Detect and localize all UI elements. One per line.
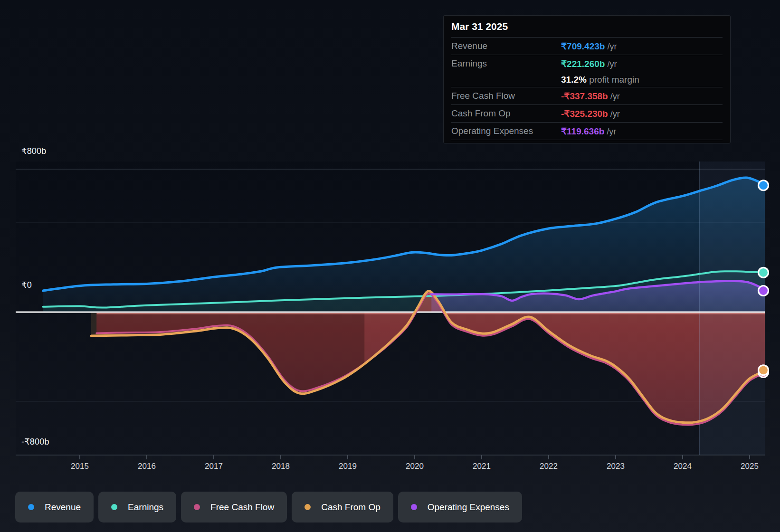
free-cash-flow-legend-dot-icon — [194, 504, 200, 510]
x-axis-label-2018: 2018 — [272, 462, 290, 471]
legend-item-cash-from-op[interactable]: Cash From Op — [292, 492, 393, 522]
legend-item-free-cash-flow[interactable]: Free Cash Flow — [181, 492, 287, 522]
tooltip-value: ₹709.423b /yr — [561, 41, 617, 52]
tooltip-row-free-cash-flow: Free Cash Flow-₹337.358b /yr — [451, 87, 723, 105]
tooltip-value: ₹119.636b /yr — [561, 126, 616, 137]
tooltip-value: -₹325.230b /yr — [561, 108, 620, 119]
x-axis-label-2017: 2017 — [205, 462, 223, 471]
tooltip-value: -₹337.358b /yr — [561, 91, 620, 102]
ttm-highlight-band — [699, 162, 765, 455]
legend-item-label: Revenue — [45, 502, 81, 513]
legend-item-earnings[interactable]: Earnings — [98, 492, 176, 522]
x-axis-label-2021: 2021 — [473, 462, 491, 471]
revenue-marker[interactable] — [759, 180, 769, 190]
revenue-legend-dot-icon — [28, 504, 34, 510]
tooltip-label: Earnings — [451, 58, 487, 69]
y-axis-label-800b: ₹800b — [21, 146, 47, 156]
operating-expenses-legend-dot-icon — [411, 504, 417, 510]
x-axis-label-2022: 2022 — [540, 462, 558, 471]
x-axis-label-2020: 2020 — [406, 462, 424, 471]
earnings-revenue-history-chart: ₹800b ₹0 -₹800b 201520162017201820192020… — [0, 0, 780, 532]
x-axis-label-2016: 2016 — [138, 462, 156, 471]
legend-item-label: Free Cash Flow — [210, 502, 274, 513]
chart-legend: RevenueEarningsFree Cash FlowCash From O… — [15, 492, 522, 522]
tooltip-label: Cash From Op — [451, 108, 511, 119]
x-axis-label-2023: 2023 — [607, 462, 625, 471]
legend-item-revenue[interactable]: Revenue — [15, 492, 94, 522]
tooltip-date: Mar 31 2025 — [451, 16, 723, 38]
legend-item-operating-expenses[interactable]: Operating Expenses — [398, 492, 522, 522]
tooltip-profit-margin-row: 31.2% profit margin — [451, 72, 723, 87]
cash-from-op-legend-dot-icon — [304, 504, 311, 510]
tooltip-label: Free Cash Flow — [451, 91, 515, 101]
tooltip-value: ₹221.260b /yr — [561, 58, 617, 69]
operating-expenses-marker[interactable] — [759, 286, 769, 296]
legend-item-label: Earnings — [128, 502, 163, 513]
tooltip-label: Operating Expenses — [451, 126, 533, 136]
tooltip-row-earnings: Earnings₹221.260b /yr — [451, 55, 723, 72]
legend-item-label: Operating Expenses — [428, 502, 509, 513]
earnings-legend-dot-icon — [111, 504, 117, 510]
tooltip-row-revenue: Revenue₹709.423b /yr — [451, 38, 723, 55]
chart-tooltip: Mar 31 2025 Revenue₹709.423b /yrEarnings… — [443, 15, 731, 143]
x-axis-label-2025: 2025 — [741, 462, 759, 471]
y-axis-label-zero: ₹0 — [21, 280, 32, 290]
legend-item-label: Cash From Op — [321, 502, 380, 513]
earnings-marker[interactable] — [759, 267, 769, 277]
x-axis-label-2015: 2015 — [71, 462, 89, 471]
x-axis-label-2019: 2019 — [339, 462, 357, 471]
tooltip-label: Revenue — [451, 41, 487, 51]
y-axis-label-neg800b: -₹800b — [21, 437, 49, 447]
x-axis-label-2024: 2024 — [674, 462, 692, 471]
tooltip-row-cash-from-op: Cash From Op-₹325.230b /yr — [451, 105, 723, 123]
tooltip-row-operating-expenses: Operating Expenses₹119.636b /yr — [451, 123, 723, 140]
cash-from-op-marker[interactable] — [759, 365, 769, 375]
